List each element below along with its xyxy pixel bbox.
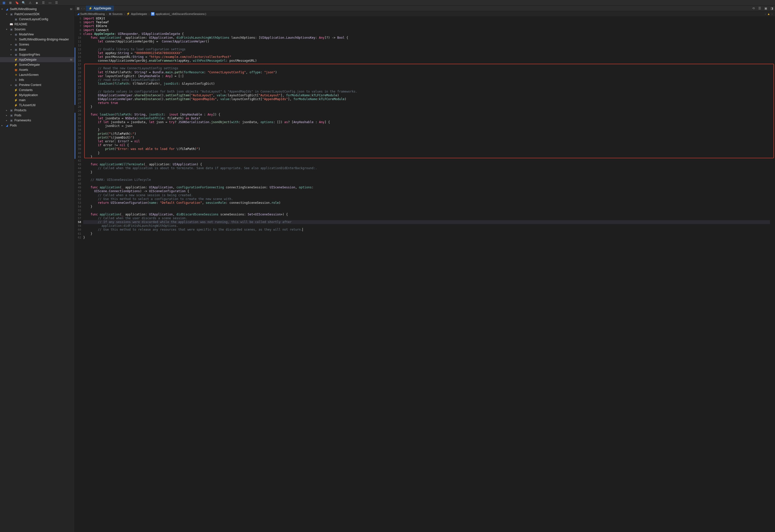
code-line[interactable]: } bbox=[83, 128, 770, 132]
code-line[interactable]: let jsonData = NSData(contentsOfFile: fi… bbox=[83, 117, 770, 120]
tree-item-appdelegate[interactable]: ⚡AppDelegateM bbox=[0, 57, 74, 62]
code-line[interactable] bbox=[83, 109, 770, 113]
code-line[interactable]: // Update values in configuration for bo… bbox=[83, 90, 770, 94]
code-line[interactable]: return UISceneConfiguration(name: "Defau… bbox=[83, 201, 770, 205]
debug-icon[interactable]: ▭ bbox=[48, 1, 52, 5]
bookmark-icon[interactable]: 🔖 bbox=[15, 1, 19, 5]
tree-item-supportingfiles[interactable]: ▸▣SupportingFiles bbox=[0, 52, 74, 57]
code-line[interactable]: let postMessageURL:String = "https://exa… bbox=[83, 55, 770, 59]
code-line[interactable] bbox=[83, 209, 770, 212]
code-line[interactable]: let connectApplicationHelperObj = Connec… bbox=[83, 40, 770, 43]
git-icon[interactable]: ☰ bbox=[41, 1, 45, 5]
grid-icon[interactable]: ▦ bbox=[76, 7, 80, 10]
code-line[interactable]: import Connect bbox=[83, 28, 770, 32]
disclosure-chevron-icon[interactable]: ▾ bbox=[6, 28, 9, 31]
code-line[interactable]: import UIKit bbox=[83, 17, 770, 20]
code-line[interactable]: // Enable library to load configuration … bbox=[83, 48, 770, 51]
panel-icon[interactable]: ◨ bbox=[770, 7, 773, 10]
nav-forward-icon[interactable]: › bbox=[84, 7, 85, 10]
tree-item-patchconnectsdk[interactable]: ▾▣PatchConnectSDK bbox=[0, 12, 74, 17]
code-line[interactable]: let appKey:String = "00000000123456789XX… bbox=[83, 51, 770, 55]
code-line[interactable]: // Read the new ConnectLayoutConfig sett… bbox=[83, 67, 770, 70]
code-line[interactable]: var layoutConfigDict: [AnyHashable : Any… bbox=[83, 74, 770, 78]
code-line[interactable]: func application(_ application: UIApplic… bbox=[83, 213, 770, 216]
tree-item-sources[interactable]: ▾▣Sources bbox=[0, 27, 74, 32]
disclosure-chevron-icon[interactable]: ▸ bbox=[11, 48, 13, 51]
diamond-icon[interactable]: ◆ bbox=[35, 1, 38, 5]
tree-item-constants[interactable]: ⚡Constants bbox=[0, 87, 74, 93]
project-navigator[interactable]: ▾◢SwiftUIMindBlowingM▾▣PatchConnectSDK▣C… bbox=[0, 6, 75, 532]
code-line[interactable]: func application(_ application: UIApplic… bbox=[83, 36, 770, 40]
code-line[interactable]: // If any sessions were discarded while … bbox=[83, 220, 770, 224]
refresh-icon[interactable]: ⟲ bbox=[752, 7, 755, 10]
warning-icon[interactable]: ⚠ bbox=[28, 1, 32, 5]
tree-item-connectlayoutconfig[interactable]: ▣ConnectLayoutConfig bbox=[0, 17, 74, 22]
disclosure-chevron-icon[interactable]: ▾ bbox=[2, 8, 4, 10]
disclosure-chevron-icon[interactable]: ▾ bbox=[6, 13, 9, 15]
code-line[interactable]: } bbox=[83, 151, 770, 155]
code-line[interactable]: EOApplicationHelper.sharedInstance().set… bbox=[83, 97, 770, 101]
breadcrumb-prev-icon[interactable]: ‹ bbox=[765, 12, 766, 15]
tree-item-myapplication[interactable]: ⚡MyApplication bbox=[0, 93, 74, 98]
code-line[interactable]: } bbox=[83, 105, 770, 109]
code-line[interactable]: } bbox=[83, 170, 770, 174]
search-icon[interactable]: 🔍 bbox=[22, 1, 25, 5]
disclosure-chevron-icon[interactable]: ▸ bbox=[11, 84, 13, 86]
navigator-icon[interactable]: ▦ bbox=[2, 1, 6, 5]
code-line[interactable]: func applicationWillTerminate(_ applicat… bbox=[83, 163, 770, 166]
code-line[interactable]: } bbox=[83, 155, 770, 159]
code-line[interactable]: import EOCore bbox=[83, 24, 770, 28]
list-icon[interactable]: ☰ bbox=[55, 1, 58, 5]
nav-back-icon[interactable]: ‹ bbox=[81, 7, 82, 10]
code-line[interactable] bbox=[83, 86, 770, 90]
code-line[interactable] bbox=[83, 182, 770, 186]
disclosure-chevron-icon[interactable]: ▸ bbox=[2, 124, 4, 127]
code-line[interactable]: print("\(filePath):") bbox=[83, 132, 770, 136]
tree-item-scenedelegate[interactable]: ⚡SceneDelegate bbox=[0, 62, 74, 67]
code-line[interactable]: application:didFinishLaunchingWithOption… bbox=[83, 224, 770, 228]
code-line[interactable]: if let jsonData = jsonData, let json = t… bbox=[83, 120, 770, 124]
code-line[interactable]: return true bbox=[83, 101, 770, 105]
tree-item-modalview[interactable]: ▸▣ModalView bbox=[0, 32, 74, 37]
breadcrumb-folder[interactable]: ▣ Sources bbox=[109, 12, 122, 15]
code-line[interactable] bbox=[83, 159, 770, 163]
tree-item-pods[interactable]: ▸▣Pods bbox=[0, 113, 74, 118]
code-line[interactable] bbox=[83, 174, 770, 178]
tree-item-info[interactable]: ℹInfo bbox=[0, 77, 74, 82]
tree-item-swiftuimindblowing-bridging-header[interactable]: hSwiftUIMindBlowing-Bridging-Header bbox=[0, 37, 74, 42]
lines-icon[interactable]: ☰ bbox=[758, 7, 761, 10]
code-line[interactable]: // Called when the application is about … bbox=[83, 166, 770, 170]
code-line[interactable]: // Use this method to release any resour… bbox=[83, 228, 770, 232]
tree-item-base[interactable]: ▸▣Base bbox=[0, 47, 74, 52]
add-view-icon[interactable]: ▣ bbox=[764, 7, 767, 10]
code-line[interactable]: jsonDict = json bbox=[83, 124, 770, 128]
code-line[interactable]: EOApplicationHelper.sharedInstance().set… bbox=[83, 94, 770, 97]
breadcrumb-file[interactable]: ⚡ AppDelegate bbox=[126, 12, 147, 15]
code-line[interactable]: loadJson(filePath: tlfAdvFilePath!, json… bbox=[83, 82, 770, 86]
code-editor[interactable]: 5678910111213141516171819202122232425262… bbox=[75, 17, 775, 532]
tree-item-swiftuimindblowing[interactable]: ▾◢SwiftUIMindBlowingM bbox=[0, 7, 74, 12]
code-line[interactable]: func loadJson(filePath: String, jsonDict… bbox=[83, 113, 770, 117]
code-line[interactable] bbox=[83, 43, 770, 47]
tree-item-pods[interactable]: ▸◢Pods bbox=[0, 123, 74, 128]
code-line[interactable]: import Tealeaf bbox=[83, 20, 770, 24]
code-line[interactable]: print("Error: was not able to load for \… bbox=[83, 147, 770, 151]
code-line[interactable]: // Use this method to select a configura… bbox=[83, 197, 770, 201]
tree-item-scenes[interactable]: ▸▣Scenes bbox=[0, 42, 74, 47]
tree-item-frameworks[interactable]: ▸▣Frameworks bbox=[0, 118, 74, 123]
code-line[interactable]: // Called when the user discards a scene… bbox=[83, 216, 770, 220]
code-line[interactable] bbox=[83, 63, 770, 67]
tree-item-tlassertutil[interactable]: ⚡TLAssertUtil bbox=[0, 103, 74, 108]
disclosure-chevron-icon[interactable]: ▸ bbox=[11, 43, 13, 46]
breadcrumb-next-icon[interactable]: › bbox=[771, 12, 772, 15]
disclosure-chevron-icon[interactable]: ▸ bbox=[6, 119, 9, 122]
code-line[interactable]: let error: Error? = nil bbox=[83, 140, 770, 143]
editor-tab[interactable]: ⚡ AppDelegate bbox=[86, 6, 114, 11]
code-line[interactable]: } bbox=[83, 236, 770, 239]
breadcrumb-root[interactable]: ◢ SwiftUIMindBlowing bbox=[77, 12, 105, 15]
code-line[interactable]: UIScene.ConnectionOptions) -> UISceneCon… bbox=[83, 189, 770, 193]
code-line[interactable]: func application(_ application: UIApplic… bbox=[83, 186, 770, 189]
code-line[interactable]: // Called when a new scene session is be… bbox=[83, 193, 770, 197]
code-line[interactable]: print("\(jsonDict)") bbox=[83, 136, 770, 140]
disclosure-chevron-icon[interactable]: ▸ bbox=[6, 109, 9, 112]
